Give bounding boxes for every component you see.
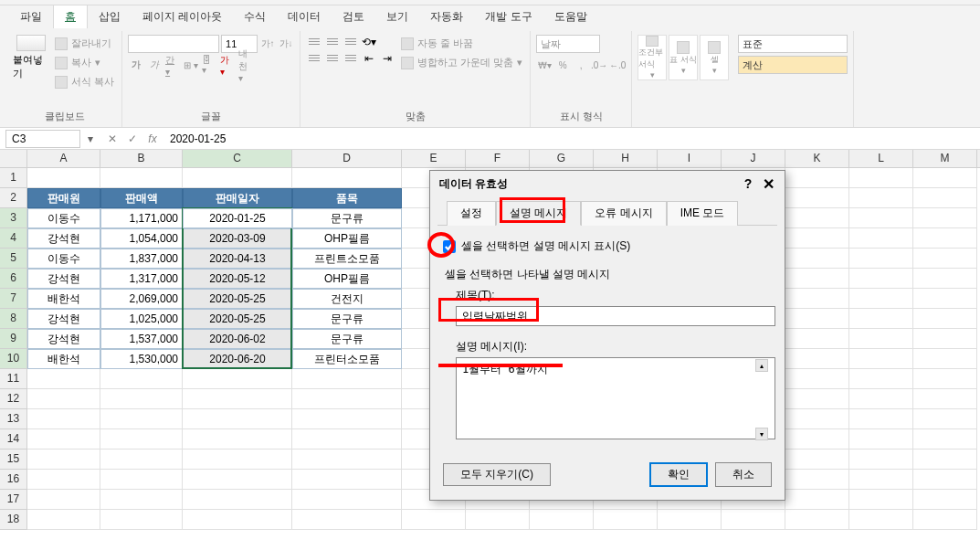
empty-cell[interactable] bbox=[785, 409, 849, 429]
data-cell[interactable]: 강석현 bbox=[27, 228, 100, 249]
row-header-5[interactable]: 5 bbox=[0, 249, 27, 269]
empty-cell[interactable] bbox=[292, 429, 402, 450]
empty-cell[interactable] bbox=[785, 429, 849, 450]
decrease-font-button[interactable]: 가↓ bbox=[278, 36, 294, 52]
data-cell[interactable]: 배한석 bbox=[27, 289, 100, 309]
data-cell[interactable]: 2020-05-25 bbox=[183, 289, 292, 309]
data-cell[interactable]: 2020-04-13 bbox=[183, 249, 292, 269]
data-cell[interactable]: 1,317,000 bbox=[100, 269, 183, 289]
empty-cell[interactable] bbox=[292, 510, 402, 530]
active-cell[interactable]: 2020-01-25 bbox=[183, 208, 292, 228]
col-header-C[interactable]: C bbox=[183, 150, 292, 167]
data-cell[interactable]: 1,171,000 bbox=[100, 208, 183, 228]
empty-cell[interactable] bbox=[913, 369, 977, 389]
data-cell[interactable]: 강석현 bbox=[27, 309, 100, 329]
cond-format-button[interactable]: 조건부 서식▾ bbox=[638, 35, 667, 80]
menu-insert[interactable]: 삽입 bbox=[88, 5, 132, 28]
empty-cell[interactable] bbox=[658, 510, 722, 530]
empty-cell[interactable] bbox=[913, 450, 977, 470]
data-cell[interactable]: 배한석 bbox=[27, 349, 100, 369]
table-header-cell[interactable]: 판매일자 bbox=[183, 188, 292, 208]
data-cell[interactable]: 건전지 bbox=[292, 289, 402, 309]
data-cell[interactable]: 1,054,000 bbox=[100, 228, 183, 249]
empty-cell[interactable] bbox=[183, 450, 292, 470]
empty-cell[interactable] bbox=[913, 208, 977, 228]
table-header-cell[interactable]: 판매원 bbox=[27, 188, 100, 208]
wrap-text-button[interactable]: 자동 줄 바꿈 bbox=[399, 35, 524, 52]
underline-button[interactable]: 간 ▾ bbox=[164, 57, 181, 73]
col-header-M[interactable]: M bbox=[913, 150, 977, 167]
table-header-cell[interactable]: 판매액 bbox=[100, 188, 183, 208]
cell-styles-button[interactable]: 셀▾ bbox=[700, 35, 729, 80]
empty-cell[interactable] bbox=[530, 510, 594, 530]
empty-cell[interactable] bbox=[849, 349, 913, 369]
empty-cell[interactable] bbox=[785, 329, 849, 349]
empty-cell[interactable] bbox=[785, 450, 849, 470]
col-header-L[interactable]: L bbox=[849, 150, 913, 167]
data-cell[interactable]: 이동수 bbox=[27, 208, 100, 228]
textarea-scroll-down[interactable]: ▾ bbox=[755, 428, 768, 440]
data-cell[interactable]: 2020-03-09 bbox=[183, 228, 292, 249]
empty-cell[interactable] bbox=[27, 429, 100, 450]
enter-formula-button[interactable]: ✓ bbox=[122, 130, 142, 148]
empty-cell[interactable] bbox=[183, 490, 292, 510]
empty-cell[interactable] bbox=[292, 470, 402, 490]
empty-cell[interactable] bbox=[183, 369, 292, 389]
empty-cell[interactable] bbox=[100, 429, 183, 450]
copy-button[interactable]: 복사 ▾ bbox=[53, 54, 116, 71]
empty-cell[interactable] bbox=[292, 389, 402, 409]
menu-pagelayout[interactable]: 페이지 레이아웃 bbox=[132, 5, 233, 28]
empty-cell[interactable] bbox=[785, 168, 849, 188]
empty-cell[interactable] bbox=[722, 510, 785, 530]
empty-cell[interactable] bbox=[849, 168, 913, 188]
align-left-button[interactable] bbox=[306, 51, 322, 66]
empty-cell[interactable] bbox=[785, 188, 849, 208]
empty-cell[interactable] bbox=[785, 269, 849, 289]
table-format-button[interactable]: 표 서식▾ bbox=[669, 35, 698, 80]
row-header-8[interactable]: 8 bbox=[0, 309, 27, 329]
cancel-button[interactable]: 취소 bbox=[715, 462, 772, 487]
bold-button[interactable]: 가 bbox=[128, 57, 144, 73]
inc-decimal-button[interactable]: .0→ bbox=[591, 57, 607, 73]
empty-cell[interactable] bbox=[849, 429, 913, 450]
empty-cell[interactable] bbox=[849, 369, 913, 389]
format-painter-button[interactable]: 서식 복사 bbox=[53, 73, 116, 90]
empty-cell[interactable] bbox=[27, 450, 100, 470]
indent-inc-button[interactable]: ⇥ bbox=[379, 51, 395, 66]
empty-cell[interactable] bbox=[913, 409, 977, 429]
empty-cell[interactable] bbox=[27, 369, 100, 389]
empty-cell[interactable] bbox=[913, 510, 977, 530]
empty-cell[interactable] bbox=[913, 349, 977, 369]
align-center-button[interactable] bbox=[324, 51, 341, 66]
data-cell[interactable]: 2020-05-12 bbox=[183, 269, 292, 289]
empty-cell[interactable] bbox=[183, 429, 292, 450]
empty-cell[interactable] bbox=[849, 249, 913, 269]
empty-cell[interactable] bbox=[785, 470, 849, 490]
col-header-A[interactable]: A bbox=[27, 150, 100, 167]
empty-cell[interactable] bbox=[292, 369, 402, 389]
number-format-select[interactable] bbox=[536, 35, 600, 53]
border-button[interactable]: ⊞ ▾ bbox=[183, 57, 199, 73]
empty-cell[interactable] bbox=[849, 490, 913, 510]
tab-error-alert[interactable]: 오류 메시지 bbox=[581, 201, 666, 226]
menu-help[interactable]: 도움말 bbox=[543, 5, 598, 28]
fx-button[interactable]: fx bbox=[142, 130, 163, 148]
empty-cell[interactable] bbox=[849, 188, 913, 208]
empty-cell[interactable] bbox=[785, 490, 849, 510]
empty-cell[interactable] bbox=[100, 510, 183, 530]
row-header-17[interactable]: 17 bbox=[0, 490, 27, 510]
row-header-1[interactable]: 1 bbox=[0, 168, 27, 188]
title-input[interactable] bbox=[456, 306, 775, 326]
ok-button[interactable]: 확인 bbox=[649, 462, 708, 487]
empty-cell[interactable] bbox=[849, 329, 913, 349]
name-box[interactable]: C3 bbox=[5, 130, 80, 148]
row-header-11[interactable]: 11 bbox=[0, 369, 27, 389]
comma-button[interactable]: , bbox=[573, 57, 589, 73]
empty-cell[interactable] bbox=[785, 510, 849, 530]
dec-decimal-button[interactable]: ←.0 bbox=[609, 57, 626, 73]
empty-cell[interactable] bbox=[402, 510, 466, 530]
empty-cell[interactable] bbox=[913, 429, 977, 450]
empty-cell[interactable] bbox=[913, 269, 977, 289]
tab-ime-mode[interactable]: IME 모드 bbox=[667, 201, 739, 226]
data-cell[interactable]: 프린트소모품 bbox=[292, 249, 402, 269]
